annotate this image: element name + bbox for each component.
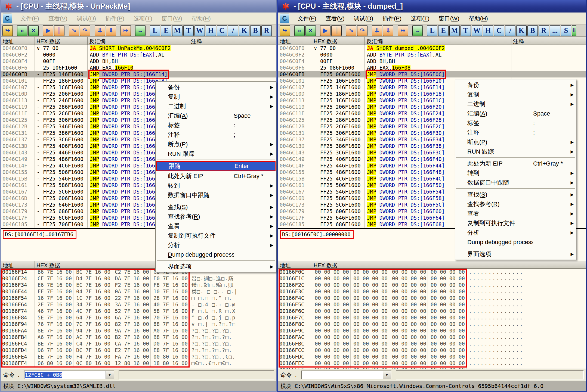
- dump-row[interactable]: 00166F5C00 00 00 0000 00 00 0000 00 00 0…: [278, 301, 586, 308]
- animate-into-button[interactable]: ⇊: [95, 25, 105, 36]
- panel-button-T[interactable]: T: [183, 25, 194, 36]
- panel-button-R[interactable]: R: [539, 25, 549, 36]
- dump-row[interactable]: 00166FE4EE 7F 16 00F4 7F 16 00FA 7F 16 0…: [1, 353, 276, 360]
- menubar-item[interactable]: 帮助(H): [464, 15, 493, 22]
- menubar-item[interactable]: 调试(D): [72, 15, 101, 22]
- dump-row[interactable]: 00166F34E6 7E 16 00EC 7E 16 00F2 7E 16 0…: [1, 282, 276, 288]
- goto-button[interactable]: →: [412, 25, 423, 36]
- restart-button[interactable]: «: [294, 25, 305, 36]
- dump-row[interactable]: 00166F9476 7F 16 007C 7F 16 0082 7F 16 0…: [1, 321, 276, 327]
- context-menu-item[interactable]: 查找参考(R)▶: [156, 212, 276, 221]
- dump-row[interactable]: 00166FCC00 00 00 0000 00 00 0000 00 00 0…: [278, 347, 586, 353]
- menubar-item[interactable]: 插件(P): [378, 15, 406, 22]
- hex-dump-pane[interactable]: 00166F0C00 00 00 0000 00 00 0000 00 00 0…: [278, 269, 586, 369]
- context-menu-item[interactable]: 断点(P)▶: [455, 137, 576, 147]
- context-menu-item[interactable]: 界面选项▶: [156, 262, 276, 271]
- context-menu-item[interactable]: 复制▶: [156, 92, 276, 101]
- context-menu-item[interactable]: 汇编(A)Space: [156, 111, 276, 120]
- title-bar[interactable]: - [CPU - 主线程,模块 - UnPackMe]: [1, 0, 276, 13]
- cpu-system-menu-icon[interactable]: C: [3, 14, 12, 23]
- panel-button-H[interactable]: H: [483, 25, 493, 36]
- execute-till-return-button[interactable]: ↦: [121, 25, 131, 36]
- panel-button-R[interactable]: R: [261, 25, 272, 36]
- dump-row[interactable]: 00166F6C00 00 00 0000 00 00 0000 00 00 0…: [278, 308, 586, 314]
- cpu-system-menu-icon[interactable]: C: [280, 14, 289, 23]
- context-menu-item[interactable]: 汇编(A)Space: [455, 109, 576, 118]
- dump-row[interactable]: 00166FBC00 00 00 0000 00 00 0000 00 00 0…: [278, 340, 586, 347]
- context-menu-item[interactable]: 复制到可执行文件▶: [156, 231, 276, 240]
- panel-button-L[interactable]: L: [427, 25, 437, 36]
- menubar-item[interactable]: 查看(V): [44, 15, 72, 22]
- panel-button-B[interactable]: B: [250, 25, 261, 36]
- disasm-row[interactable]: 0046C0F6 25 086F1600AND EAX,166F08: [278, 64, 586, 71]
- context-menu-item[interactable]: 标签:: [455, 118, 576, 128]
- dump-row[interactable]: 00166F1C00 00 00 0000 00 00 0000 00 00 0…: [278, 275, 586, 282]
- dump-row[interactable]: 00166FB4A6 7F 16 00AC 7F 16 00B2 7F 16 0…: [1, 334, 276, 340]
- panel-button-B[interactable]: B: [527, 25, 538, 36]
- menubar-item[interactable]: 窗口(W): [434, 15, 464, 22]
- context-menu-item[interactable]: 注释;: [455, 128, 576, 137]
- close-program-button[interactable]: ×: [28, 25, 39, 36]
- dump-row[interactable]: 00166FF406 80 16 000C 80 16 0012 80 16 0…: [1, 360, 276, 366]
- step-over-button[interactable]: ↷: [357, 25, 367, 36]
- panel-button-W[interactable]: W: [194, 25, 205, 36]
- context-menu-item[interactable]: 转到▶: [455, 168, 576, 178]
- menubar-item[interactable]: 选项(T): [129, 15, 157, 22]
- context-menu-item[interactable]: RUN 跟踪▶: [156, 149, 276, 158]
- context-menu-item[interactable]: 跟随Enter: [156, 161, 276, 171]
- open-file-button[interactable]: ↪: [280, 25, 290, 36]
- open-file-button[interactable]: ↪: [2, 25, 13, 36]
- context-menu-item[interactable]: 备份▶: [156, 82, 276, 92]
- menubar-item[interactable]: 帮助(H): [187, 15, 215, 22]
- disasm-row[interactable]: 0046C0F4 00FFADD BH,BH: [278, 58, 586, 64]
- disasm-row[interactable]: 0046C0F2 0000ADD BYTE PTR DS:[EAX],AL: [278, 51, 586, 58]
- context-menu-item[interactable]: 分析▶: [156, 240, 276, 250]
- goto-button[interactable]: →: [135, 25, 146, 36]
- panel-button-C[interactable]: C: [217, 25, 227, 36]
- menubar-item[interactable]: 选项(T): [406, 15, 434, 22]
- panel-button-M[interactable]: M: [449, 25, 460, 36]
- context-menu-item[interactable]: 此处为新 EIPCtrl+Gray *: [455, 159, 576, 168]
- panel-button-H[interactable]: H: [206, 25, 216, 36]
- animate-into-button[interactable]: ⇊: [372, 25, 382, 36]
- dump-row[interactable]: 00166F7C00 00 00 0000 00 00 0000 00 00 0…: [278, 314, 586, 321]
- dump-row[interactable]: 00166F4C00 00 00 0000 00 00 0000 00 00 0…: [278, 295, 586, 301]
- context-menu-item[interactable]: 标签:: [156, 120, 276, 130]
- dump-row[interactable]: 00166F3C00 00 00 0000 00 00 0000 00 00 0…: [278, 288, 586, 295]
- hex-dump-pane[interactable]: 00166F14B6 7E 16 00BC 7E 16 00C2 7E 16 0…: [1, 269, 276, 369]
- panel-button-C[interactable]: C: [494, 25, 504, 36]
- dump-row[interactable]: 00166FA48E 7F 16 0094 7F 16 009A 7F 16 0…: [1, 327, 276, 334]
- context-menu-item[interactable]: 复制▶: [455, 90, 576, 99]
- context-menu-item[interactable]: 二进制▶: [156, 101, 276, 111]
- animate-over-button[interactable]: ⇓: [106, 25, 116, 36]
- dump-row[interactable]: 00166F7446 7F 16 004C 7F 16 0052 7F 16 0…: [1, 308, 276, 314]
- disasm-row[interactable]: 0046C0F0∨ 77 00JA SHORT UnPackMe.0046C0F…: [1, 45, 276, 51]
- dump-row[interactable]: 00166F9C00 00 00 0000 00 00 0000 00 00 0…: [278, 327, 586, 334]
- panel-button-E[interactable]: E: [161, 25, 171, 36]
- disasm-row[interactable]: 0046C0F6 25 106F1600AND EAX,166F10: [1, 64, 276, 71]
- close-program-button[interactable]: ×: [305, 25, 316, 36]
- panel-button-dots[interactable]: /: [505, 25, 515, 36]
- menubar-item[interactable]: 文件(F): [16, 15, 44, 22]
- context-menu-item[interactable]: Dump debugged process: [455, 237, 576, 247]
- context-menu-item[interactable]: 断点(P)▶: [156, 139, 276, 149]
- dump-row[interactable]: 00166FFC00 00 00 0000 00 00 0000 00 00 0…: [278, 366, 586, 369]
- dump-row[interactable]: 00166F845E 7F 16 0064 7F 16 006A 7F 16 0…: [1, 314, 276, 321]
- dump-row[interactable]: 00166F8C00 00 00 0000 00 00 0000 00 00 0…: [278, 321, 586, 327]
- run-button[interactable]: ▶: [320, 25, 330, 36]
- context-menu-item[interactable]: 查看▶: [156, 221, 276, 231]
- context-menu-item[interactable]: 查看▶: [455, 209, 576, 218]
- context-menu-item[interactable]: 查找(S)▶: [455, 190, 576, 199]
- pause-button[interactable]: ║: [331, 25, 342, 36]
- command-input[interactable]: 12FC8C + 0B8 ▼: [24, 371, 114, 379]
- context-menu-item[interactable]: 此处为新 EIPCtrl+Gray *: [156, 171, 276, 181]
- step-over-button[interactable]: ↷: [80, 25, 90, 36]
- panel-button-S[interactable]: S: [561, 25, 571, 36]
- context-menu-item[interactable]: 备份▶: [455, 80, 576, 90]
- panel-button-E[interactable]: E: [438, 25, 449, 36]
- dump-row[interactable]: 00166FAC00 00 00 0000 00 00 0000 00 00 0…: [278, 334, 586, 340]
- panel-button-W[interactable]: W: [472, 25, 482, 36]
- step-into-button[interactable]: ↘: [69, 25, 79, 36]
- panel-button-K[interactable]: K: [239, 25, 249, 36]
- execute-till-return-button[interactable]: ↦: [398, 25, 408, 36]
